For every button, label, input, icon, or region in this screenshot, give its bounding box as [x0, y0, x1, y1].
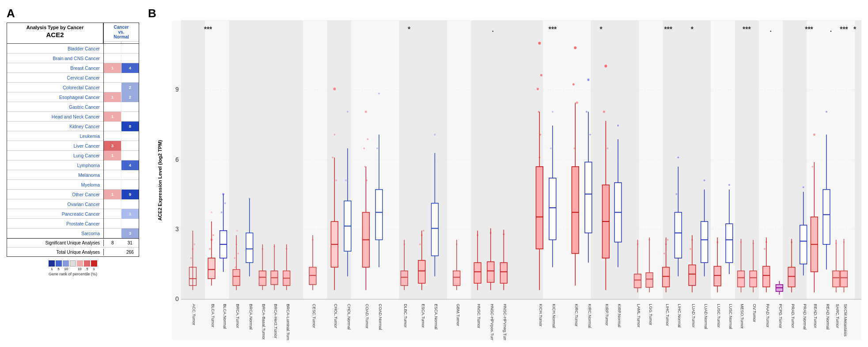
svg-point-51 — [212, 234, 214, 236]
row-label[interactable]: Head and Neck Cancer — [7, 114, 103, 119]
panel-b-label: B — [148, 7, 861, 20]
cell-right — [121, 73, 139, 83]
row-label[interactable]: Ovarian Cancer — [7, 202, 103, 207]
footer-values: 8 31 — [103, 240, 139, 246]
cell-left — [104, 131, 121, 141]
row-label[interactable]: Pancreatic Cancer — [7, 211, 103, 217]
svg-text:LIHC.Normal: LIHC.Normal — [677, 304, 682, 328]
svg-text:***: *** — [743, 25, 751, 33]
row-label[interactable]: Prostate Cancer — [7, 221, 103, 226]
row-cells: 1 — [103, 209, 139, 219]
chart-svg: 0 3 6 9 *** * . *** * *** — [172, 20, 861, 340]
row-label[interactable]: Kidney Cancer — [7, 124, 103, 129]
svg-point-210 — [704, 179, 705, 181]
row-label[interactable]: Leukemia — [7, 133, 103, 139]
svg-point-127 — [434, 134, 436, 136]
chart-container: 0 3 6 9 *** * . *** * *** — [172, 20, 861, 340]
panel-a: A Analysis Type by Cancer ACE2 Cancervs.… — [4, 4, 141, 343]
row-cells: 1 — [103, 151, 139, 160]
cell-right — [121, 53, 139, 63]
svg-point-92 — [333, 88, 336, 90]
svg-text:HNSC-HPVpos.Tumor: HNSC-HPVpos.Tumor — [490, 304, 494, 340]
svg-point-172 — [589, 134, 591, 136]
footer-val-right: 266 — [121, 249, 139, 255]
svg-point-66 — [237, 252, 239, 254]
svg-point-243 — [803, 186, 804, 188]
svg-text:BRCA.Normal: BRCA.Normal — [249, 304, 253, 329]
svg-text:***: *** — [549, 25, 557, 33]
svg-rect-168 — [572, 167, 579, 254]
sub-col-1 — [104, 42, 121, 43]
row-ovarian-cancer: Ovarian Cancer — [7, 199, 139, 209]
row-label[interactable]: Gastric Cancer — [7, 104, 103, 110]
svg-text:*: * — [408, 25, 411, 33]
svg-rect-216 — [714, 266, 721, 286]
cell-right: 2 — [121, 92, 139, 102]
row-breast-cancer: Breast Cancer 1 4 — [7, 63, 139, 73]
cell-right — [121, 219, 139, 229]
analysis-table: Analysis Type by Cancer ACE2 Cancervs.No… — [7, 23, 139, 257]
row-cells: 3 — [103, 141, 139, 151]
row-colorectal-cancer: Colorectal Cancer 2 — [7, 83, 139, 92]
cell-left: 1 — [104, 63, 121, 73]
cell-left — [104, 229, 121, 238]
svg-text:LUSC.Normal: LUSC.Normal — [728, 304, 733, 329]
svg-rect-258 — [833, 271, 840, 287]
gene-name: ACE2 — [10, 30, 100, 39]
row-cells: 8 — [103, 122, 139, 131]
svg-point-231 — [764, 248, 766, 250]
row-label[interactable]: Cervical Cancer — [7, 75, 103, 80]
row-label[interactable]: Breast Cancer — [7, 65, 103, 71]
row-head-neck-cancer: Head and Neck Cancer 1 — [7, 112, 139, 122]
table-footer: Significant Unique Analyses 8 31 Total U… — [7, 238, 139, 256]
footer-total: Total Unique Analyses 266 — [7, 248, 139, 256]
row-label[interactable]: Brain and CNS Cancer — [7, 56, 103, 61]
table-header: Analysis Type by Cancer ACE2 Cancervs.No… — [7, 23, 139, 44]
svg-point-171 — [586, 111, 588, 113]
footer-significant: Significant Unique Analyses 8 31 — [7, 239, 139, 248]
cell-left — [104, 219, 121, 229]
svg-point-200 — [677, 156, 679, 158]
row-label[interactable]: Myeloma — [7, 182, 103, 187]
svg-rect-241 — [788, 267, 795, 287]
cell-right: 4 — [121, 63, 139, 73]
row-cells: 4 — [103, 160, 139, 170]
row-sarcoma: Sarcoma 3 — [7, 229, 139, 238]
row-label[interactable]: Melanoma — [7, 172, 103, 178]
svg-rect-208 — [689, 265, 696, 286]
row-label[interactable]: Lung Cancer — [7, 153, 103, 158]
legend-red-med — [84, 260, 90, 267]
row-label[interactable]: Colorectal Cancer — [7, 85, 103, 90]
svg-point-201 — [675, 193, 677, 195]
panel-b: B ACE2 Expression Level (log2 TPM) — [146, 4, 864, 343]
svg-point-44 — [193, 244, 195, 245]
svg-point-95 — [334, 134, 335, 136]
svg-text:***: *** — [840, 25, 848, 33]
svg-point-43 — [190, 257, 192, 259]
y-axis-label: ACE2 Expression Level (log2 TPM) — [158, 140, 163, 221]
row-leukemia: Leukemia — [7, 131, 139, 141]
row-label[interactable]: Other Cancer — [7, 192, 103, 197]
row-label[interactable]: Lymphoma — [7, 163, 103, 168]
svg-text:9: 9 — [175, 86, 179, 93]
svg-text:*: * — [691, 25, 694, 33]
legend-red-dark — [91, 260, 97, 267]
panel-a-label: A — [7, 7, 139, 20]
svg-text:SARC.Tumor: SARC.Tumor — [835, 304, 840, 328]
svg-text:.: . — [769, 25, 771, 33]
cell-right: 2 — [121, 83, 139, 92]
cell-left — [104, 180, 121, 190]
svg-point-59 — [221, 211, 223, 213]
svg-text:ESCA.Normal: ESCA.Normal — [434, 304, 438, 329]
svg-text:READ.Normal: READ.Normal — [826, 304, 830, 329]
row-label[interactable]: Sarcoma — [7, 231, 103, 236]
row-label[interactable]: Esophageal Cancer — [7, 95, 103, 100]
svg-rect-78 — [259, 271, 266, 286]
row-label[interactable]: Bladder Cancer — [7, 46, 103, 51]
cell-left: 3 — [104, 141, 121, 151]
row-prostate-cancer: Prostate Cancer — [7, 219, 139, 229]
cell-right: 8 — [121, 122, 139, 131]
row-label[interactable]: Liver Cancer — [7, 143, 103, 149]
cell-right — [121, 131, 139, 141]
svg-point-113 — [376, 148, 378, 149]
